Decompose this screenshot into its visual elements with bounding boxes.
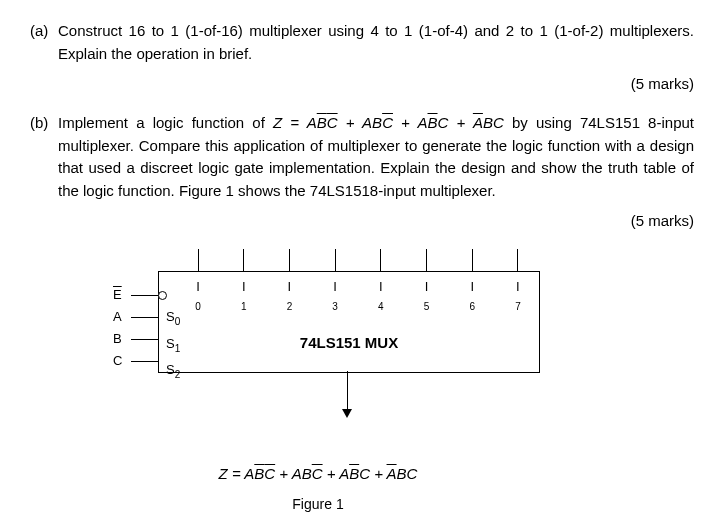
question-b-text: Implement a logic function of Z = ABC + … [58, 112, 694, 202]
select-port-labels: S0 S1 S2 [166, 306, 180, 386]
pin-i4 [380, 249, 381, 271]
lab-i3: I3 [325, 279, 345, 312]
mux-diagram: 74LS151 MUX I0 I1 I2 I3 I4 I5 I6 I7 E A [58, 249, 578, 449]
pin-i6 [472, 249, 473, 271]
lab-i4: I4 [371, 279, 391, 312]
lab-i5: I5 [417, 279, 437, 312]
question-b-row: (b) Implement a logic function of Z = AB… [30, 112, 694, 202]
mux-title: 74LS151 MUX [159, 334, 539, 351]
question-b-label: (b) [30, 112, 58, 135]
arrow-down-icon [342, 409, 352, 418]
data-input-pins [188, 249, 528, 271]
lab-i2: I2 [279, 279, 299, 312]
s2-label: S2 [166, 359, 180, 386]
question-a-text: Construct 16 to 1 (1-of-16) multiplexer … [58, 20, 694, 65]
pin-i0 [198, 249, 199, 271]
output-wire [347, 371, 348, 411]
pin-i1 [243, 249, 244, 271]
qb-equation: Z = ABC + ABC + ABC + ABC [273, 114, 504, 131]
figure-caption: Figure 1 [58, 496, 578, 512]
enable-row: E [113, 284, 167, 306]
inversion-bubble-icon [158, 291, 167, 300]
sel-c-row: C [113, 350, 167, 372]
pin-i2 [289, 249, 290, 271]
question-a-row: (a) Construct 16 to 1 (1-of-16) multiple… [30, 20, 694, 65]
output-equation: Z = ABC + ABC + ABC + ABC [58, 465, 578, 482]
question-b: (b) Implement a logic function of Z = AB… [30, 112, 694, 229]
enable-wire [131, 295, 159, 296]
sel-b-wire [131, 339, 159, 340]
lab-i0: I0 [188, 279, 208, 312]
sel-c-wire [131, 361, 159, 362]
lab-i6: I6 [462, 279, 482, 312]
question-a: (a) Construct 16 to 1 (1-of-16) multiple… [30, 20, 694, 92]
pin-i7 [517, 249, 518, 271]
s0-label: S0 [166, 306, 180, 333]
lab-i1: I1 [234, 279, 254, 312]
s1-label: S1 [166, 333, 180, 360]
pin-i3 [335, 249, 336, 271]
qb-intro: Implement a logic function of [58, 114, 273, 131]
question-a-marks: (5 marks) [30, 75, 694, 92]
sel-a-wire [131, 317, 159, 318]
lab-i7: I7 [508, 279, 528, 312]
question-b-marks: (5 marks) [30, 212, 694, 229]
pin-i5 [426, 249, 427, 271]
figure-1: 74LS151 MUX I0 I1 I2 I3 I4 I5 I6 I7 E A [58, 249, 694, 512]
question-a-label: (a) [30, 20, 58, 43]
sel-a-row: A [113, 306, 167, 328]
select-inputs: E A B C [113, 284, 167, 372]
sel-b-row: B [113, 328, 167, 350]
data-input-labels: I0 I1 I2 I3 I4 I5 I6 I7 [188, 279, 528, 312]
enable-label: E [113, 284, 129, 306]
